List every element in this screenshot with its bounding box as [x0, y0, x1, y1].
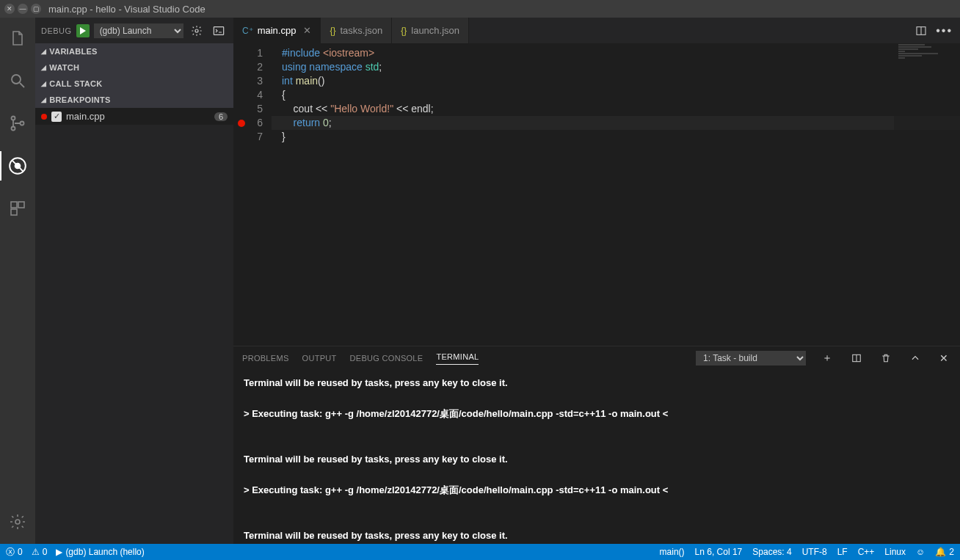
window-minimize-button[interactable]: — — [18, 4, 28, 14]
terminal-line — [244, 391, 950, 407]
debug-header-label: DEBUG — [41, 26, 72, 35]
panel-tabs: PROBLEMSOUTPUTDEBUG CONSOLETERMINAL 1: T… — [233, 346, 960, 370]
editor-tab[interactable]: C⁺main.cpp✕ — [233, 18, 321, 43]
error-icon: ⓧ — [6, 546, 15, 559]
cpp-file-icon: C⁺ — [242, 26, 253, 36]
activity-settings-icon[interactable] — [0, 507, 35, 537]
breakpoint-item[interactable]: ✓ main.cpp 6 — [35, 109, 233, 123]
breakpoints-section-header[interactable]: ◢Breakpoints — [35, 92, 233, 108]
activity-scm-icon[interactable] — [0, 109, 35, 138]
panel-tab-debug-console[interactable]: DEBUG CONSOLE — [350, 354, 423, 363]
window-title: main.cpp - hello - Visual Studio Code — [48, 4, 206, 15]
line-number: 3 — [233, 74, 263, 88]
tab-label: launch.json — [411, 25, 459, 36]
tab-label: tasks.json — [340, 25, 382, 36]
status-notifications[interactable]: 🔔2 — [935, 547, 954, 557]
terminal-line: > Executing task: g++ -g /home/zl2014277… — [244, 483, 950, 498]
close-tab-icon[interactable]: ✕ — [303, 25, 311, 36]
window-titlebar: ✕ — ▢ main.cpp - hello - Visual Studio C… — [0, 0, 960, 18]
svg-rect-7 — [18, 202, 24, 208]
svg-point-3 — [21, 122, 24, 126]
status-feedback-icon[interactable]: ☺ — [916, 547, 925, 557]
svg-rect-11 — [214, 26, 223, 34]
close-panel-icon[interactable]: ✕ — [937, 351, 951, 366]
split-editor-icon[interactable] — [915, 25, 927, 37]
activity-search-icon[interactable] — [0, 66, 35, 95]
svg-rect-6 — [11, 202, 17, 208]
activity-extensions-icon[interactable] — [0, 194, 35, 223]
watch-section-header[interactable]: ◢Watch — [35, 59, 233, 76]
terminal-output[interactable]: Terminal will be reused by tasks, press … — [233, 370, 960, 544]
svg-point-0 — [12, 75, 21, 84]
line-number: 4 — [233, 88, 263, 102]
editor-tab[interactable]: {}launch.json — [392, 18, 469, 43]
code-line[interactable]: cout << "Hello World!" << endl; — [272, 102, 960, 116]
debug-console-icon[interactable] — [210, 23, 228, 38]
panel-tab-output[interactable]: OUTPUT — [302, 354, 337, 363]
svg-point-5 — [15, 163, 21, 170]
line-number: 1 — [233, 46, 263, 60]
status-indent[interactable]: Spaces: 4 — [752, 547, 791, 557]
activity-bar — [0, 18, 35, 544]
start-debug-button[interactable] — [76, 24, 90, 37]
debug-sidebar: DEBUG (gdb) Launch ◢Variables ◢Watch ◢Ca… — [35, 18, 233, 544]
breakpoint-dot-icon — [41, 114, 47, 120]
split-terminal-icon[interactable] — [848, 352, 865, 365]
activity-debug-icon[interactable] — [0, 151, 35, 181]
window-maximize-button[interactable]: ▢ — [31, 4, 41, 14]
status-encoding[interactable]: UTF-8 — [802, 547, 827, 557]
panel-tab-problems[interactable]: PROBLEMS — [242, 354, 289, 363]
debug-config-select[interactable]: (gdb) Launch — [94, 23, 183, 38]
tab-label: main.cpp — [258, 25, 297, 36]
json-file-icon: {} — [330, 26, 335, 36]
status-warnings[interactable]: ⚠0 — [32, 547, 48, 557]
breakpoint-gutter-icon[interactable] — [238, 120, 245, 127]
callstack-section-header[interactable]: ◢Call Stack — [35, 76, 233, 92]
code-line[interactable]: int main() — [272, 74, 960, 88]
status-cursor[interactable]: Ln 6, Col 17 — [695, 547, 743, 557]
gear-icon[interactable] — [188, 23, 206, 38]
svg-rect-8 — [11, 209, 17, 215]
line-number: 2 — [233, 60, 263, 74]
terminal-line — [244, 437, 950, 452]
svg-point-9 — [15, 520, 20, 524]
terminal-line: Terminal will be reused by tasks, press … — [244, 452, 950, 468]
code-line[interactable]: } — [272, 130, 960, 144]
terminal-line: Terminal will be reused by tasks, press … — [244, 528, 950, 544]
status-scope[interactable]: main() — [660, 547, 685, 557]
warning-icon: ⚠ — [32, 547, 40, 557]
code-line[interactable]: return 0; — [272, 116, 960, 130]
breakpoints-section-body: ✓ main.cpp 6 — [35, 108, 233, 125]
breakpoint-checkbox[interactable]: ✓ — [51, 112, 62, 122]
debug-toolbar: DEBUG (gdb) Launch — [35, 18, 233, 43]
status-os[interactable]: Linux — [884, 547, 906, 557]
maximize-panel-icon[interactable] — [907, 352, 923, 365]
editor-tabs: C⁺main.cpp✕{}tasks.json{}launch.json ••• — [233, 18, 960, 43]
code-editor[interactable]: 1234567 #include <iostream>using namespa… — [233, 43, 960, 346]
svg-point-1 — [12, 117, 15, 120]
breakpoint-line-badge: 6 — [214, 112, 228, 121]
status-errors[interactable]: ⓧ0 — [6, 546, 23, 559]
status-eol[interactable]: LF — [837, 547, 848, 557]
status-debug-launch[interactable]: ▶(gdb) Launch (hello) — [56, 547, 144, 557]
panel-tab-terminal[interactable]: TERMINAL — [436, 352, 479, 365]
terminal-selector[interactable]: 1: Task - build — [696, 351, 806, 366]
variables-section-header[interactable]: ◢Variables — [35, 43, 233, 59]
new-terminal-icon[interactable]: ＋ — [819, 350, 835, 366]
terminal-line — [244, 513, 950, 528]
editor-tab[interactable]: {}tasks.json — [321, 18, 392, 43]
terminal-line — [244, 468, 950, 483]
line-number: 7 — [233, 130, 263, 144]
more-actions-icon[interactable]: ••• — [936, 24, 953, 37]
activity-explorer-icon[interactable] — [0, 23, 35, 53]
code-line[interactable]: #include <iostream> — [272, 46, 960, 60]
code-line[interactable]: { — [272, 88, 960, 102]
minimap[interactable] — [894, 43, 960, 346]
code-line[interactable]: using namespace std; — [272, 60, 960, 74]
terminal-line — [244, 421, 950, 437]
window-close-button[interactable]: ✕ — [4, 4, 15, 14]
kill-terminal-icon[interactable] — [878, 352, 894, 365]
status-bar: ⓧ0 ⚠0 ▶(gdb) Launch (hello) main() Ln 6,… — [0, 544, 960, 560]
editor-group: C⁺main.cpp✕{}tasks.json{}launch.json •••… — [233, 18, 960, 544]
status-language[interactable]: C++ — [858, 547, 875, 557]
